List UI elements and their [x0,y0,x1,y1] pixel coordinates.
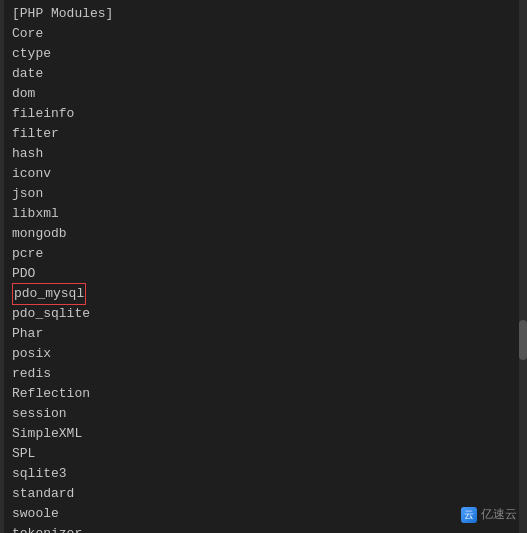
module-line: mongodb [12,224,67,244]
line-row: posix [12,344,519,364]
module-line: Reflection [12,384,90,404]
module-line: filter [12,124,59,144]
line-row: dom [12,84,519,104]
module-line: libxml [12,204,59,224]
line-row: Core [12,24,519,44]
module-line: sqlite3 [12,464,67,484]
highlight-box: pdo_mysql [12,283,86,305]
line-row: session [12,404,519,424]
line-row: sqlite3 [12,464,519,484]
module-line: dom [12,84,35,104]
line-row: swoole [12,504,519,524]
line-row: libxml [12,204,519,224]
module-line: session [12,404,67,424]
watermark-text: 亿速云 [481,506,517,523]
line-row: pdo_mysql [12,284,519,304]
line-row: SimpleXML [12,424,519,444]
module-line: SPL [12,444,35,464]
line-row: standard [12,484,519,504]
module-line: swoole [12,504,59,524]
line-row: redis [12,364,519,384]
watermark-icon: 云 [461,507,477,523]
line-row: filter [12,124,519,144]
content-area: [PHP Modules]Corectypedatedomfileinfofil… [4,0,527,533]
module-line: json [12,184,43,204]
module-line: PDO [12,264,35,284]
line-row: mongodb [12,224,519,244]
line-row: hash [12,144,519,164]
line-row: Reflection [12,384,519,404]
module-line: SimpleXML [12,424,82,444]
line-row: Phar [12,324,519,344]
line-row: PDO [12,264,519,284]
line-row: SPL [12,444,519,464]
scrollbar[interactable] [519,0,527,533]
module-line: hash [12,144,43,164]
line-row: date [12,64,519,84]
module-line: Core [12,24,43,44]
line-row: iconv [12,164,519,184]
watermark: 云 亿速云 [461,506,517,523]
module-line: posix [12,344,51,364]
module-line: standard [12,484,74,504]
main-content: [PHP Modules]Corectypedatedomfileinfofil… [4,0,527,533]
line-row: ctype [12,44,519,64]
module-line: redis [12,364,51,384]
module-line: ctype [12,44,51,64]
line-row: json [12,184,519,204]
module-line: Phar [12,324,43,344]
line-row: fileinfo [12,104,519,124]
terminal-window: [PHP Modules]Corectypedatedomfileinfofil… [0,0,527,533]
highlighted-line: pdo_mysql [12,283,86,305]
line-row: tokenizer [12,524,519,533]
scrollbar-thumb[interactable] [519,320,527,360]
module-line: pcre [12,244,43,264]
line-row: [PHP Modules] [12,4,519,24]
line-row: pcre [12,244,519,264]
section-header-line: [PHP Modules] [12,4,113,24]
module-line: pdo_sqlite [12,304,90,324]
left-bar [0,0,4,533]
module-line: tokenizer [12,524,82,533]
module-line: date [12,64,43,84]
line-row: pdo_sqlite [12,304,519,324]
module-line: iconv [12,164,51,184]
module-line: fileinfo [12,104,74,124]
